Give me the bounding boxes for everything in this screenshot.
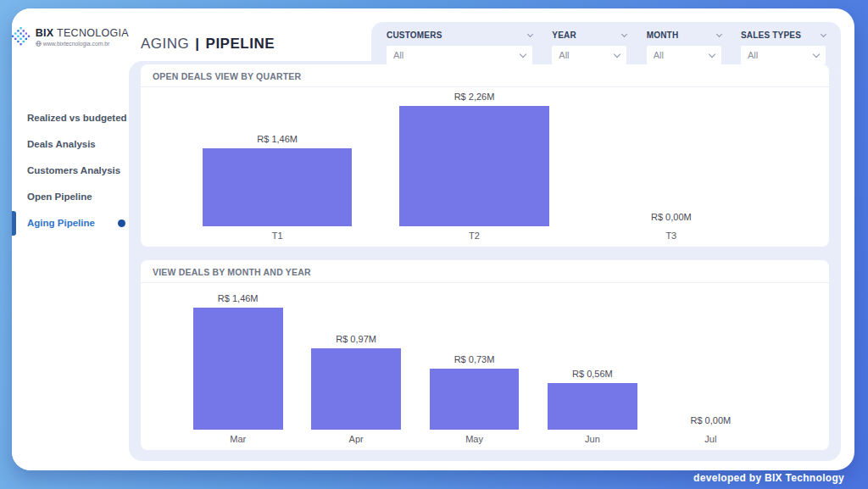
bar-chart-quarter: R$ 1,46MT1R$ 2,26MT2R$ 0,00MT3 xyxy=(141,87,829,247)
chart-title: VIEW DEALS BY MONTH AND YEAR xyxy=(141,260,829,283)
bar-value-label: R$ 0,73M xyxy=(454,354,495,364)
active-indicator-bar xyxy=(12,211,16,236)
filter-label: YEAR xyxy=(552,31,576,40)
sidebar-item-open-pipeline[interactable]: Open Pipeline xyxy=(12,184,129,210)
filter-selected-value: All xyxy=(393,50,403,60)
filter-dropdown[interactable]: All xyxy=(387,46,532,64)
developer-credit: developed by BIX Technology xyxy=(693,472,844,484)
chart-card-deals-by-month: VIEW DEALS BY MONTH AND YEAR R$ 1,46MMar… xyxy=(141,260,829,450)
bar[interactable] xyxy=(311,348,401,430)
active-nav-dot-icon xyxy=(118,219,125,227)
filter-header[interactable]: CUSTOMERS xyxy=(387,30,532,41)
filter-dropdown[interactable]: All xyxy=(741,46,826,64)
bar-value-label: R$ 0,00M xyxy=(690,415,731,425)
filter-header[interactable]: MONTH xyxy=(647,30,721,41)
bar-value-label: R$ 2,26M xyxy=(454,92,495,102)
bar-value-label: R$ 0,97M xyxy=(336,334,376,344)
bar[interactable] xyxy=(203,148,353,226)
page-title-divider: | xyxy=(195,36,199,52)
bix-pixel-diamond-icon xyxy=(12,22,31,51)
filter-header[interactable]: YEAR xyxy=(552,30,626,41)
sidebar-item-label: Open Pipeline xyxy=(27,192,92,202)
sidebar-item-realized-vs-budgeted[interactable]: Realized vs budgeted xyxy=(12,105,129,131)
brand-website: www.bixtecnologia.com.br xyxy=(36,41,129,47)
chevron-down-icon xyxy=(821,31,826,36)
filter-selected-value: All xyxy=(559,50,569,60)
chevron-down-icon xyxy=(708,50,715,57)
sidebar: BIX TECNOLOGIA www.bixtecnologia.com.br … xyxy=(12,8,129,470)
filter-label: CUSTOMERS xyxy=(387,31,442,40)
category-label: T2 xyxy=(469,231,480,242)
chevron-down-icon xyxy=(527,31,533,36)
filter-label: MONTH xyxy=(647,31,679,40)
category-label: Jul xyxy=(704,434,716,446)
brand-name: BIX TECNOLOGIA xyxy=(36,27,129,39)
globe-icon xyxy=(36,41,42,47)
bar[interactable] xyxy=(193,308,283,430)
bar[interactable] xyxy=(399,106,549,226)
filter-header[interactable]: SALES TYPES xyxy=(741,30,826,41)
sidebar-item-label: Deals Analysis xyxy=(27,139,96,149)
chart-card-open-deals-by-quarter: OPEN DEALS VIEW BY QUARTER R$ 1,46MT1R$ … xyxy=(141,64,829,247)
sidebar-item-label: Aging Pipeline xyxy=(27,218,95,228)
chevron-down-icon xyxy=(716,31,722,36)
bar-value-label: R$ 1,46M xyxy=(257,134,298,144)
chevron-down-icon xyxy=(520,50,526,57)
sidebar-nav: Realized vs budgetedDeals AnalysisCustom… xyxy=(12,105,129,236)
chevron-down-icon xyxy=(813,50,820,57)
category-label: Apr xyxy=(349,434,364,446)
bar-column: R$ 1,46MT1 xyxy=(179,87,376,247)
sidebar-item-label: Customers Analysis xyxy=(27,165,120,175)
page-title-emphasis: PIPELINE xyxy=(206,36,275,52)
bar-column: R$ 0,97MApr xyxy=(297,283,415,450)
page-title: AGING|PIPELINE xyxy=(141,36,275,53)
bar-column: R$ 1,46MMar xyxy=(179,283,297,450)
category-label: Mar xyxy=(230,434,246,446)
brand-logo: BIX TECNOLOGIA www.bixtecnologia.com.br xyxy=(12,22,129,51)
sidebar-item-label: Realized vs budgeted xyxy=(27,113,127,123)
page-title-prefix: AGING xyxy=(141,36,189,52)
bar-column: R$ 0,00MT3 xyxy=(573,87,770,247)
sidebar-item-customers-analysis[interactable]: Customers Analysis xyxy=(12,158,129,184)
category-label: T1 xyxy=(272,231,283,242)
bar-column: R$ 0,73MMay xyxy=(415,283,533,450)
chevron-down-icon xyxy=(621,31,627,36)
bar-value-label: R$ 0,00M xyxy=(651,212,692,222)
bar[interactable] xyxy=(430,369,520,430)
bar-column: R$ 0,00MJul xyxy=(652,283,770,450)
category-label: T3 xyxy=(665,231,676,242)
bar-value-label: R$ 0,56M xyxy=(572,369,613,379)
filter-selected-value: All xyxy=(748,50,758,60)
chevron-down-icon xyxy=(614,50,620,57)
sidebar-item-aging-pipeline[interactable]: Aging Pipeline xyxy=(12,210,129,236)
filter-label: SALES TYPES xyxy=(741,31,801,40)
filter-selected-value: All xyxy=(654,50,664,60)
filter-dropdown[interactable]: All xyxy=(647,46,721,64)
bar-column: R$ 2,26MT2 xyxy=(376,87,572,247)
category-label: May xyxy=(465,434,483,446)
chart-title: OPEN DEALS VIEW BY QUARTER xyxy=(141,64,829,87)
sidebar-item-deals-analysis[interactable]: Deals Analysis xyxy=(12,131,129,158)
bar-column: R$ 0,56MJun xyxy=(533,283,651,450)
bar-chart-month: R$ 1,46MMarR$ 0,97MAprR$ 0,73MMayR$ 0,56… xyxy=(141,283,829,450)
bar-value-label: R$ 1,46M xyxy=(218,293,259,303)
category-label: Jun xyxy=(585,434,600,446)
bar[interactable] xyxy=(548,383,637,430)
filter-dropdown[interactable]: All xyxy=(552,46,626,64)
dashboard-card: BIX TECNOLOGIA www.bixtecnologia.com.br … xyxy=(12,8,854,470)
